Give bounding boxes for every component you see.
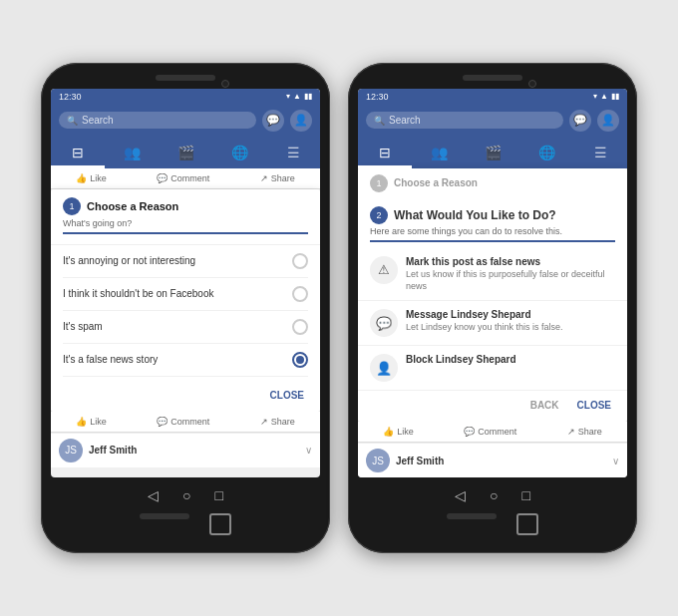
nav-globe-right[interactable]: 🌐 [519, 141, 573, 168]
header-icons-right: 💬 👤 [569, 110, 619, 132]
like-action-bottom-right[interactable]: 👍 Like [383, 427, 414, 437]
comment-action-bottom-left[interactable]: 💬 Comment [157, 417, 209, 427]
block-text: Block Lindsey Shepard [406, 354, 615, 367]
nav-globe-left[interactable]: 🌐 [212, 141, 266, 168]
share-icon-bottom-right: ↗ [567, 427, 575, 437]
wifi-icon: ▲ [293, 92, 301, 101]
messenger-icon-right[interactable]: 💬 [569, 110, 591, 132]
step1-blue-line [63, 232, 308, 234]
nav-home-right[interactable]: ⊟ [358, 141, 412, 168]
option-text-2: I think it shouldn't be on Facebook [63, 288, 213, 299]
friends-icon-left[interactable]: 👤 [290, 110, 312, 132]
option-row-1[interactable]: It's annoying or not interesting [63, 245, 308, 278]
like-action-top[interactable]: 👍 Like [76, 173, 107, 183]
comment-icon-bottom-left: 💬 [157, 417, 168, 427]
option-row-4[interactable]: It's a false news story [63, 344, 308, 377]
comment-label-bottom-left: Comment [170, 417, 209, 427]
comment-action-top[interactable]: 💬 Comment [157, 173, 209, 183]
nav-home-left[interactable]: ⊟ [51, 141, 105, 168]
search-bar-left[interactable]: 🔍 Search [59, 112, 256, 129]
option-text-1: It's annoying or not interesting [63, 255, 195, 266]
comment-icon-top: 💬 [157, 173, 168, 183]
nav-friends-right[interactable]: 👥 [412, 141, 466, 168]
apps-button-left[interactable]: □ [215, 487, 223, 503]
false-news-icon: ⚠ [370, 256, 398, 284]
option-row-3[interactable]: It's spam [63, 311, 308, 344]
step1-label: Choose a Reason [87, 200, 178, 212]
share-label-bottom-right: Share [578, 427, 602, 437]
close-button-left[interactable]: CLOSE [266, 387, 308, 404]
step1-row: 1 Choose a Reason [63, 197, 308, 215]
phone-speaker-left [156, 75, 215, 81]
close-button-right[interactable]: CLOSE [573, 397, 615, 414]
step1-sub: What's going on? [63, 218, 308, 228]
modal-options-left: It's annoying or not interesting I think… [51, 245, 320, 381]
search-icon-right: 🔍 [374, 116, 385, 126]
step2-sub: Here are some things you can do to resol… [370, 226, 615, 236]
radio-4-selected[interactable] [292, 352, 308, 368]
option-row-2[interactable]: I think it shouldn't be on Facebook [63, 278, 308, 311]
radio-3[interactable] [292, 319, 308, 335]
profile-bar-right: JS Jeff Smith ∨ [358, 443, 627, 477]
option-text-4: It's a false news story [63, 354, 158, 365]
like-icon-top: 👍 [76, 173, 87, 183]
like-action-bottom-left[interactable]: 👍 Like [76, 417, 107, 427]
fb-nav-right: ⊟ 👥 🎬 🌐 ☰ [358, 137, 627, 168]
messenger-icon-left[interactable]: 💬 [262, 110, 284, 132]
block-title: Block Lindsey Shepard [406, 354, 615, 365]
message-desc: Let Lindsey know you think this is false… [406, 322, 615, 334]
action-block[interactable]: 👤 Block Lindsey Shepard [358, 346, 627, 391]
option-text-3: It's spam [63, 321, 103, 332]
nav-menu-right[interactable]: ☰ [573, 141, 627, 168]
share-action-top[interactable]: ↗ Share [260, 173, 295, 183]
radio-2[interactable] [292, 286, 308, 302]
friends-icon-right[interactable]: 👤 [597, 110, 619, 132]
home-button-right[interactable]: ○ [490, 487, 498, 503]
phone-camera-right [528, 80, 536, 88]
profile-name-right: Jeff Smith [396, 456, 606, 466]
phone-bottom-left [140, 507, 231, 537]
nav-video-left[interactable]: 🎬 [159, 141, 212, 168]
fb-header-left: 🔍 Search 💬 👤 [51, 105, 320, 137]
false-news-desc: Let us know if this is purposefully fals… [406, 269, 615, 292]
comment-action-bottom-right[interactable]: 💬 Comment [464, 427, 516, 437]
radio-1[interactable] [292, 253, 308, 269]
signal-icon: ▾ [286, 92, 290, 101]
share-action-bottom-left[interactable]: ↗ Share [260, 417, 295, 427]
bottom-pill-right [447, 513, 497, 519]
share-icon-top: ↗ [260, 173, 268, 183]
nav-video-right[interactable]: 🎬 [466, 141, 519, 168]
modal-header-left: 1 Choose a Reason What's going on? [51, 189, 320, 245]
apps-button-right[interactable]: □ [522, 487, 530, 503]
phone-nav-right: ◁ ○ □ [358, 477, 627, 507]
nav-friends-left[interactable]: 👥 [105, 141, 159, 168]
modal-footer-right: BACK CLOSE [358, 391, 627, 422]
search-bar-right[interactable]: 🔍 Search [366, 112, 563, 129]
back-button-left[interactable]: ◁ [148, 487, 159, 503]
fb-header-right: 🔍 Search 💬 👤 [358, 105, 627, 137]
action-message[interactable]: 💬 Message Lindsey Shepard Let Lindsey kn… [358, 301, 627, 346]
avatar-left: JS [59, 439, 83, 462]
back-button-modal[interactable]: BACK [526, 397, 563, 414]
home-button-left[interactable]: ○ [182, 487, 190, 503]
modal-right: 1 Choose a Reason 2 What Would You Like … [358, 168, 627, 422]
message-title: Message Lindsey Shepard [406, 309, 615, 320]
phone-bottom-right [447, 507, 538, 537]
share-label-bottom-left: Share [271, 417, 295, 427]
nav-menu-left[interactable]: ☰ [266, 141, 320, 168]
status-bar-left: 12:30 ▾ ▲ ▮▮ [51, 89, 320, 105]
phone-camera-left [221, 80, 229, 88]
like-icon-bottom-left: 👍 [76, 417, 87, 427]
signal-icon-right: ▾ [593, 92, 597, 101]
step1-inactive-row: 1 Choose a Reason [358, 168, 627, 198]
step2-number: 2 [370, 206, 388, 224]
scene: 12:30 ▾ ▲ ▮▮ 🔍 Search 💬 👤 [21, 43, 657, 573]
modal-footer-left: CLOSE [51, 381, 320, 412]
step1-inactive: 1 Choose a Reason [370, 174, 615, 192]
like-icon-bottom-right: 👍 [383, 427, 394, 437]
action-false-news[interactable]: ⚠ Mark this post as false news Let us kn… [358, 248, 627, 301]
share-action-bottom-right[interactable]: ↗ Share [567, 427, 602, 437]
phone-right: 12:30 ▾ ▲ ▮▮ 🔍 Search 💬 👤 [348, 63, 637, 553]
back-button-right[interactable]: ◁ [455, 487, 466, 503]
status-icons-left: ▾ ▲ ▮▮ [286, 92, 312, 101]
